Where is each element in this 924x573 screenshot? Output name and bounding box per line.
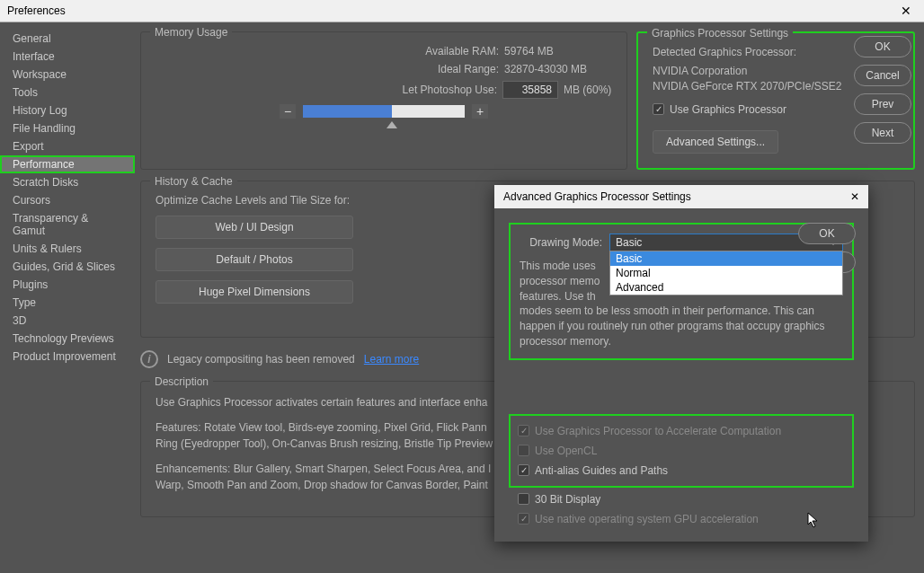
available-ram-label: Available RAM:	[378, 45, 499, 57]
memory-percent: MB (60%)	[564, 84, 612, 96]
advanced-titlebar: Advanced Graphics Processor Settings ✕	[494, 185, 868, 208]
sidebar-item-product-improvement[interactable]: Product Improvement	[0, 348, 135, 366]
huge-pixel-button[interactable]: Huge Pixel Dimensions	[155, 280, 353, 304]
adv-ok-button[interactable]: OK	[798, 223, 856, 244]
drawing-mode-dropdown: BasicNormalAdvanced	[609, 251, 843, 295]
native-gpu-checkbox: ✓	[518, 513, 529, 525]
accel-checkbox: ✓	[518, 425, 529, 436]
let-use-label: Let Photoshop Use:	[376, 84, 497, 96]
antialias-label: Anti-alias Guides and Paths	[535, 464, 668, 477]
prev-button[interactable]: Prev	[854, 93, 911, 115]
drawing-mode-label: Drawing Mode:	[520, 236, 602, 249]
30bit-checkbox[interactable]	[518, 493, 529, 505]
sidebar-item-3d[interactable]: 3D	[0, 312, 135, 330]
native-gpu-label: Use native operating system GPU accelera…	[535, 513, 759, 525]
preferences-titlebar: Preferences ✕	[0, 0, 924, 22]
sidebar-item-guides-grid-slices[interactable]: Guides, Grid & Slices	[0, 258, 135, 276]
accel-label: Use Graphics Processor to Accelerate Com…	[535, 425, 781, 437]
sidebar-item-technology-previews[interactable]: Technology Previews	[0, 330, 135, 348]
advanced-settings-button[interactable]: Advanced Settings...	[653, 130, 778, 154]
description-title: Description	[150, 375, 213, 388]
gpu-title: Graphics Processor Settings	[647, 27, 793, 40]
use-gpu-label: Use Graphics Processor	[670, 103, 786, 116]
sidebar-item-plugins[interactable]: Plugins	[0, 276, 135, 294]
sidebar-item-file-handling[interactable]: File Handling	[0, 119, 135, 137]
adv-close-icon[interactable]: ✕	[850, 190, 859, 203]
sidebar-item-transparency-gamut[interactable]: Transparency & Gamut	[0, 209, 135, 240]
30bit-label: 30 Bit Display	[535, 493, 600, 506]
default-photos-button[interactable]: Default / Photos	[155, 248, 353, 271]
sidebar-item-history-log[interactable]: History Log	[0, 101, 135, 119]
use-gpu-checkbox[interactable]: ✓	[653, 103, 664, 115]
sidebar-item-scratch-disks[interactable]: Scratch Disks	[0, 173, 135, 191]
next-button[interactable]: Next	[854, 122, 911, 144]
available-ram-value: 59764 MB	[504, 45, 612, 57]
cursor-icon	[807, 512, 820, 528]
window-title: Preferences	[7, 4, 66, 17]
slider-increase-button[interactable]: +	[472, 104, 488, 119]
memory-input[interactable]	[502, 81, 558, 99]
drawing-mode-option-normal[interactable]: Normal	[610, 266, 842, 280]
ideal-range-label: Ideal Range:	[378, 63, 499, 75]
web-ui-button[interactable]: Web / UI Design	[155, 216, 353, 239]
antialias-checkbox[interactable]: ✓	[518, 464, 529, 476]
info-icon: i	[140, 350, 158, 368]
ideal-range-value: 32870-43030 MB	[504, 63, 612, 75]
memory-title: Memory Usage	[150, 26, 232, 39]
info-text: Legacy compositing has been removed	[167, 353, 355, 366]
advanced-title: Advanced Graphics Processor Settings	[503, 190, 691, 203]
opencl-checkbox	[518, 445, 529, 456]
sidebar-item-cursors[interactable]: Cursors	[0, 191, 135, 209]
slider-decrease-button[interactable]: −	[280, 104, 296, 119]
drawing-mode-option-advanced[interactable]: Advanced	[610, 280, 842, 295]
history-title: History & Cache	[150, 175, 237, 188]
dialog-buttons: OK Cancel Prev Next	[854, 36, 911, 144]
drawing-mode-option-basic[interactable]: Basic	[610, 251, 842, 266]
sidebar-item-export[interactable]: Export	[0, 137, 135, 155]
preferences-sidebar: GeneralInterfaceWorkspaceToolsHistory Lo…	[0, 22, 135, 573]
cancel-button[interactable]: Cancel	[854, 65, 911, 86]
sidebar-item-tools[interactable]: Tools	[0, 84, 135, 101]
sidebar-item-units-rulers[interactable]: Units & Rulers	[0, 240, 135, 258]
learn-more-link[interactable]: Learn more	[364, 353, 419, 366]
gpu-checks-group: ✓Use Graphics Processor to Accelerate Co…	[509, 414, 854, 488]
opencl-label: Use OpenCL	[535, 445, 597, 457]
memory-slider[interactable]	[303, 105, 465, 118]
sidebar-item-general[interactable]: General	[0, 30, 135, 48]
sidebar-item-type[interactable]: Type	[0, 294, 135, 312]
sidebar-item-interface[interactable]: Interface	[0, 48, 135, 66]
advanced-gpu-dialog: Advanced Graphics Processor Settings ✕ D…	[494, 185, 868, 542]
close-icon[interactable]: ✕	[895, 4, 917, 18]
ok-button[interactable]: OK	[854, 36, 911, 57]
sidebar-item-workspace[interactable]: Workspace	[0, 66, 135, 84]
sidebar-item-performance[interactable]: Performance	[0, 155, 135, 173]
memory-usage-group: Memory Usage Available RAM:59764 MB Idea…	[140, 31, 627, 170]
